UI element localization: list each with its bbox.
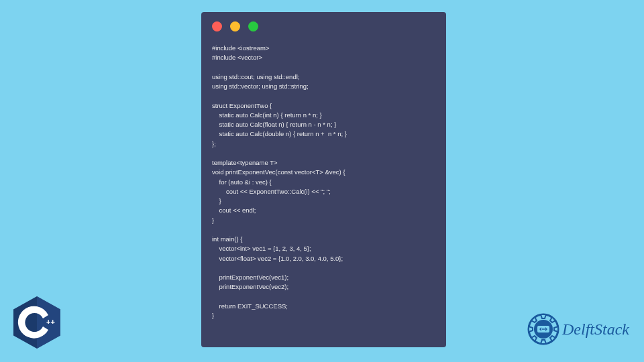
close-icon xyxy=(212,21,222,32)
code-editor-window: #include <iostream> #include <vector> us… xyxy=(201,12,446,347)
delftstack-logo: DelftStack xyxy=(527,313,629,345)
svg-marker-10 xyxy=(531,336,537,341)
svg-marker-7 xyxy=(554,326,558,332)
svg-marker-5 xyxy=(541,340,546,344)
maximize-icon xyxy=(248,21,258,32)
window-controls xyxy=(212,21,435,32)
svg-marker-11 xyxy=(550,336,555,341)
gear-icon xyxy=(527,313,559,345)
svg-text:++: ++ xyxy=(46,318,55,326)
svg-marker-8 xyxy=(531,317,537,322)
brand-text: DelftStack xyxy=(562,320,629,339)
minimize-icon xyxy=(230,21,240,32)
code-content: #include <iostream> #include <vector> us… xyxy=(212,44,435,320)
svg-marker-4 xyxy=(541,314,546,318)
svg-marker-6 xyxy=(529,326,533,332)
cpp-badge-icon: ++ xyxy=(13,296,60,349)
svg-marker-9 xyxy=(550,317,555,322)
